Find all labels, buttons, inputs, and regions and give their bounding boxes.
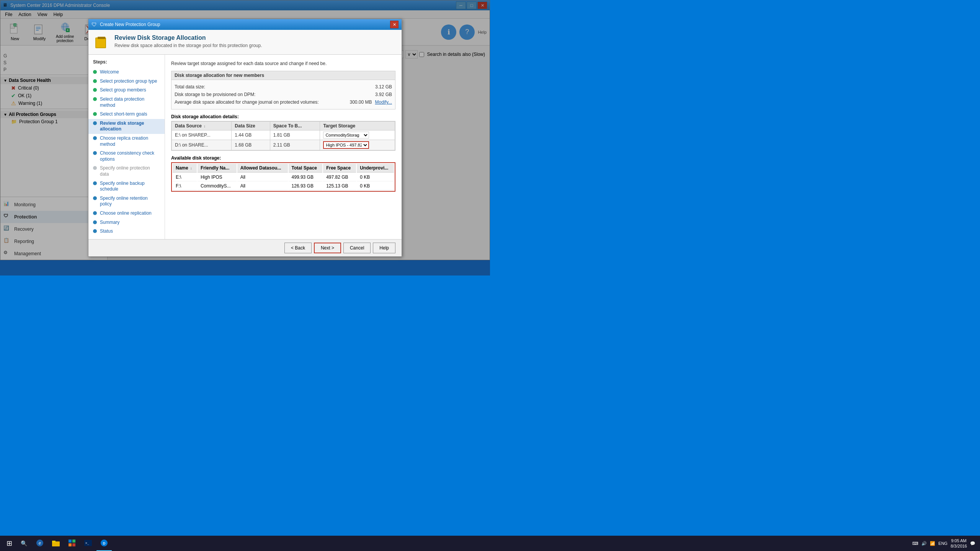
step-review-disk[interactable]: Review disk storage allocation: [88, 119, 165, 134]
step-summary[interactable]: Summary: [88, 218, 165, 227]
avail-under-1: 0 KB: [357, 173, 394, 181]
avail-col-name[interactable]: Name ↕: [173, 164, 197, 173]
avail-col-under[interactable]: Underprovi...: [357, 164, 394, 173]
table-row: E:\ on SHAREP... 1.44 GB 1.81 GB Commodi…: [172, 130, 395, 140]
svg-rect-21: [98, 37, 105, 39]
space-1: 1.81 GB: [270, 130, 320, 140]
avg-disk-value: 300.00 MB: [350, 99, 372, 105]
avail-allowed-2: All: [237, 182, 288, 190]
avail-col-friendly[interactable]: Friendly Na...: [198, 164, 237, 173]
target-select-2[interactable]: CommodityStorag High IPOS - 497.82: [323, 141, 369, 149]
available-table: Name ↕ Friendly Na... Allowed Datasou...…: [171, 162, 395, 192]
col-target-storage[interactable]: Target Storage: [320, 122, 395, 130]
avail-free-2: 125.13 GB: [323, 182, 356, 190]
step-online-retention[interactable]: Specify online retention policy: [88, 194, 165, 209]
step-consistency[interactable]: Choose consistency check options: [88, 149, 165, 164]
step-online-replication[interactable]: Choose online replication: [88, 209, 165, 218]
avail-name-1: E:\: [173, 173, 197, 181]
step-dot-orl: [93, 211, 97, 215]
target-select-1[interactable]: CommodityStorag High IPOS - 497.82: [323, 132, 369, 139]
modal-page-subtitle: Review disk space allocated in the stora…: [114, 43, 395, 48]
avail-row: F:\ CommodityS... All 126.93 GB 125.13 G…: [173, 182, 394, 190]
avail-col-total[interactable]: Total Space: [289, 164, 323, 173]
source-1: E:\ on SHAREP...: [172, 130, 232, 140]
total-data-value: 3.12 GB: [375, 84, 392, 90]
modal-titlebar: 🛡 Create New Protection Group ✕: [88, 19, 402, 30]
step-dot-ob: [93, 181, 97, 185]
avail-total-2: 126.93 GB: [289, 182, 323, 190]
size-1: 1.44 GB: [232, 130, 270, 140]
modal-body: Steps: Welcome Select protection group t…: [88, 55, 402, 239]
disk-provisioned-label: Disk storage to be provisioned on DPM:: [175, 92, 375, 97]
disk-provisioned-value: 3.92 GB: [375, 92, 392, 97]
step-label-op: Specify online protection data: [100, 165, 160, 177]
modal-icon: 🛡: [91, 21, 98, 28]
step-dot-welcome: [93, 70, 97, 74]
avail-row: E:\ High IPOS All 499.93 GB 497.82 GB 0 …: [173, 173, 394, 181]
help-button[interactable]: Help: [373, 243, 395, 253]
step-replica[interactable]: Choose replica creation method: [88, 134, 165, 149]
avail-free-1: 497.82 GB: [323, 173, 356, 181]
avail-total-1: 499.93 GB: [289, 173, 323, 181]
cancel-button[interactable]: Cancel: [343, 243, 371, 253]
step-label-stat: Status: [100, 228, 113, 235]
step-dot-gm: [93, 88, 97, 92]
step-label-sum: Summary: [100, 220, 119, 226]
allocation-header: Disk storage allocation for new members: [172, 71, 395, 80]
size-2: 1.68 GB: [232, 140, 270, 150]
step-dot-sum: [93, 220, 97, 224]
step-label-ob: Specify online backup schedule: [100, 181, 160, 192]
svg-rect-20: [96, 38, 105, 47]
space-2: 2.11 GB: [270, 140, 320, 150]
avail-friendly-1: High IPOS: [198, 173, 237, 181]
modal-header: Review Disk Storage Allocation Review di…: [88, 30, 402, 55]
step-label-stg: Select short-term goals: [100, 111, 147, 117]
step-online-backup[interactable]: Specify online backup schedule: [88, 179, 165, 194]
avail-under-2: 0 KB: [357, 182, 394, 190]
modal-footer: < Back Next > Cancel Help: [88, 239, 402, 256]
modal-dialog: 🛡 Create New Protection Group ✕ Review D…: [88, 19, 402, 256]
modal-close-button[interactable]: ✕: [390, 21, 399, 28]
available-section: Available disk storage: Name ↕ Friendly …: [171, 155, 395, 192]
step-dot-pgt: [93, 79, 97, 83]
modify-link[interactable]: Modify...: [375, 99, 392, 105]
details-table-container: Data Source ↕ Data Size Space To B... Ta…: [171, 121, 395, 151]
modal-page-title: Review Disk Storage Allocation: [114, 34, 395, 41]
col-data-source[interactable]: Data Source ↕: [172, 122, 232, 130]
modal-title: Create New Protection Group: [100, 22, 390, 27]
step-data-protection-method[interactable]: Select data protection method: [88, 95, 165, 110]
step-online-protection[interactable]: Specify online protection data: [88, 164, 165, 179]
col-data-size[interactable]: Data Size: [232, 122, 270, 130]
step-label-or: Specify online retention policy: [100, 196, 160, 207]
step-label-pgt: Select protection group type: [100, 78, 157, 85]
avg-disk-label: Average disk space allocated for change …: [175, 99, 350, 105]
details-section: Disk storage allocation details: Data So…: [171, 114, 395, 151]
avail-col-allowed[interactable]: Allowed Datasou...: [237, 164, 288, 173]
disk-provisioned-row: Disk storage to be provisioned on DPM: 3…: [175, 91, 392, 98]
step-label-orl: Choose online replication: [100, 210, 152, 217]
step-dot-rd: [93, 121, 97, 125]
step-label-welcome: Welcome: [100, 69, 119, 75]
total-data-label: Total data size:: [175, 84, 375, 90]
steps-title: Steps:: [88, 58, 165, 68]
step-label-dpm: Select data protection method: [100, 96, 160, 108]
step-dot-con: [93, 151, 97, 155]
col-space-to-b[interactable]: Space To B...: [270, 122, 320, 130]
back-button[interactable]: < Back: [284, 243, 312, 253]
step-protection-group-type[interactable]: Select protection group type: [88, 77, 165, 86]
header-content: Review Disk Storage Allocation Review di…: [114, 34, 395, 48]
target-2: CommodityStorag High IPOS - 497.82: [320, 140, 395, 150]
next-button[interactable]: Next >: [314, 243, 341, 253]
table-row: D:\ on SHARE... 1.68 GB 2.11 GB Commodit…: [172, 140, 395, 150]
step-dot-op: [93, 166, 97, 170]
details-title: Disk storage allocation details:: [171, 114, 395, 119]
modal-overlay: 🛡 Create New Protection Group ✕ Review D…: [0, 0, 490, 276]
modal-main-content: Review target storage assigned for each …: [165, 55, 402, 239]
allocation-body: Total data size: 3.12 GB Disk storage to…: [172, 80, 395, 109]
step-label-gm: Select group members: [100, 87, 146, 93]
step-group-members[interactable]: Select group members: [88, 86, 165, 95]
step-status[interactable]: Status: [88, 227, 165, 236]
step-short-term-goals[interactable]: Select short-term goals: [88, 110, 165, 119]
step-welcome[interactable]: Welcome: [88, 68, 165, 77]
avail-col-free[interactable]: Free Space: [323, 164, 356, 173]
